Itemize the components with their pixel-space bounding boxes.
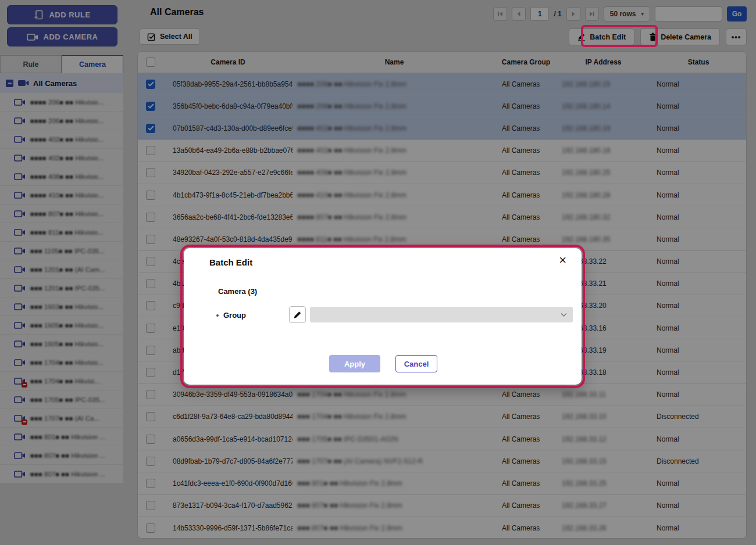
group-label-text: Group xyxy=(223,311,246,320)
chevron-down-icon xyxy=(561,313,567,317)
modal-title: Batch Edit xyxy=(209,257,252,267)
group-field-label: Group xyxy=(216,311,246,320)
pencil-icon xyxy=(293,310,302,319)
close-icon[interactable]: × xyxy=(559,254,566,267)
apply-button[interactable]: Apply xyxy=(329,355,380,372)
cancel-button[interactable]: Cancel xyxy=(395,355,437,372)
group-edit-pencil-button[interactable] xyxy=(289,306,306,323)
group-select-dropdown[interactable] xyxy=(310,307,573,322)
bullet-icon xyxy=(216,314,219,317)
camera-count-label: Camera (3) xyxy=(218,287,257,296)
batch-edit-modal: Batch Edit × Camera (3) Group Apply Canc… xyxy=(184,248,582,385)
